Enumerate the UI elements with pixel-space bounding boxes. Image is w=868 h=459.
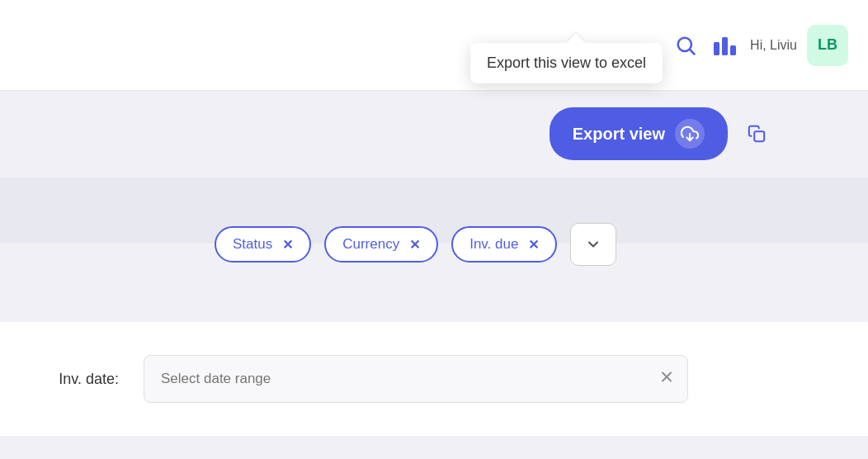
chevron-down-icon: [585, 236, 601, 253]
filter-tag-inv-due[interactable]: Inv. due ✕: [451, 226, 557, 263]
export-button-area: Export view: [550, 107, 777, 160]
filter-tag-status-label: Status: [233, 236, 272, 253]
svg-rect-2: [714, 42, 719, 55]
filter-tag-inv-due-label: Inv. due: [469, 236, 518, 253]
chart-icon-wrap[interactable]: [710, 31, 740, 60]
svg-rect-3: [722, 37, 728, 55]
export-view-label: Export view: [573, 125, 665, 144]
svg-rect-6: [754, 131, 764, 141]
filter-tag-currency-label: Currency: [342, 236, 399, 253]
filter-tag-currency-close[interactable]: ✕: [409, 237, 420, 253]
svg-line-1: [690, 50, 694, 54]
filter-tag-currency[interactable]: Currency ✕: [324, 226, 438, 263]
greeting-text: Hi, Liviu: [750, 38, 797, 53]
filter-expand-button[interactable]: [570, 223, 616, 266]
search-icon-wrap[interactable]: [671, 31, 701, 60]
copy-button[interactable]: [736, 113, 777, 154]
header-bar: Hi, Liviu LB: [0, 0, 868, 91]
filter-tag-status[interactable]: Status ✕: [215, 226, 311, 263]
tooltip-text: Export this view to excel: [487, 54, 646, 71]
avatar: LB: [807, 25, 848, 66]
filter-tag-status-close[interactable]: ✕: [282, 237, 293, 253]
header-icons: Hi, Liviu LB: [671, 25, 848, 66]
inv-date-label: Inv. date:: [20, 371, 119, 388]
date-range-input[interactable]: [144, 355, 688, 403]
filter-tags-row: Status ✕ Currency ✕ Inv. due ✕: [215, 223, 616, 266]
chart-icon: [712, 34, 738, 57]
filter-tag-inv-due-close[interactable]: ✕: [528, 237, 539, 253]
tooltip-popup: Export this view to excel: [470, 43, 663, 83]
date-input-wrap: [144, 355, 688, 403]
copy-icon: [748, 125, 766, 143]
export-view-button[interactable]: Export view: [550, 107, 728, 160]
search-icon: [674, 34, 697, 57]
page-wrapper: Hi, Liviu LB Export this view to excel E…: [0, 0, 868, 459]
date-clear-button[interactable]: [658, 369, 675, 390]
cloud-download-icon: [675, 119, 705, 149]
close-icon: [658, 369, 675, 386]
svg-rect-4: [730, 45, 736, 55]
bottom-section: Inv. date:: [0, 322, 868, 436]
